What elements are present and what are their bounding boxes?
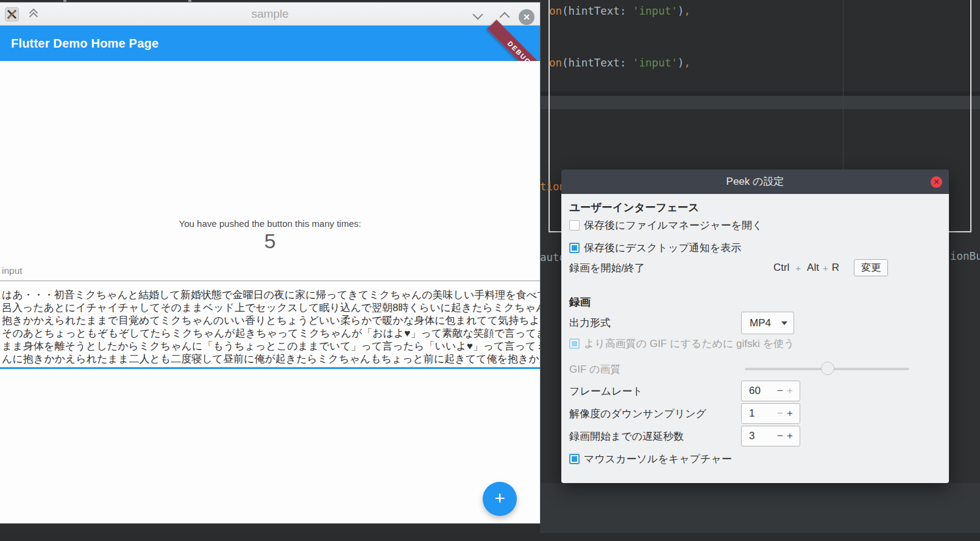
editor-separator-dark [540, 91, 980, 96]
checkbox-capture-cursor[interactable] [569, 454, 580, 464]
text-line: そのあとちょっともぞもぞしてたらミクちゃんが起きちゃってミクちゃんが「おはよ♥」… [2, 327, 540, 340]
checkbox-label: 保存後にファイルマネージャーを開く [584, 218, 762, 232]
minus-icon[interactable]: − [775, 430, 785, 442]
key-alt: Alt [807, 262, 819, 274]
gif-quality-label: GIF の画質 [569, 362, 620, 376]
row-output-format: 出力形式 [569, 315, 611, 330]
section-heading-recording: 録画 [569, 295, 591, 309]
caret-down-icon [781, 321, 787, 325]
downsample-label: 解像度のダウンサンプリング [569, 407, 706, 421]
text-line: まま身体を離そうとしたからミクちゃんに「もうちょっとこのままでいて」って言ったら… [2, 340, 540, 353]
row-capture-cursor: マウスカーソルをキャプチャー [569, 451, 732, 466]
checkbox-desktop-notification[interactable] [569, 243, 580, 253]
editor-separator-band [540, 96, 980, 109]
key-ctrl: Ctrl [773, 262, 789, 274]
key-r: R [832, 262, 839, 274]
flutter-appbar: Flutter Demo Home Page [0, 26, 540, 61]
minus-icon[interactable]: − [775, 407, 785, 420]
increment-fab[interactable]: + [483, 482, 517, 516]
selected-format: MP4 [750, 317, 771, 329]
window-titlebar[interactable]: sample ✕ [0, 2, 540, 26]
text-line: んに抱きかかえられたまま二人とも二度寝して昼前に俺が起きたらミクちゃんもちょっと… [2, 353, 540, 365]
editor-code-line: on(hintText: 'input'), [549, 57, 691, 69]
multiline-text-field[interactable]: はあ・・・初音ミクちゃんと結婚して新婚状態で金曜日の夜に家に帰ってきてミクちゃん… [2, 288, 540, 365]
change-shortcut-button[interactable]: 変更 [854, 259, 888, 276]
row-desktop-notification: 保存後にデスクトップ通知を表示 [569, 240, 741, 255]
row-gifski: より高画質の GIF にするために gifski を使う [569, 336, 794, 351]
row-downsample: 解像度のダウンサンプリング [569, 406, 706, 421]
framerate-value: 60 [749, 385, 761, 397]
delay-value: 3 [749, 430, 755, 442]
text-line: 抱きかかえられたままで目覚めてミクちゃんのいい香りとちょうどいい柔らかで暖かな身… [2, 314, 540, 327]
text-field-focus-underline [0, 367, 540, 369]
output-format-select[interactable]: MP4 [741, 312, 794, 334]
appbar-title: Flutter Demo Home Page [11, 26, 158, 61]
row-shortcut: 録画を開始/終了 Ctrl + Alt + R 変更 [569, 259, 949, 277]
row-framerate: フレームレート [569, 384, 643, 398]
plus-icon[interactable]: + [785, 385, 795, 397]
checkbox-open-file-manager[interactable] [569, 220, 580, 231]
editor-code-fragment: ionBu [950, 250, 980, 262]
checkbox-label: 保存後にデスクトップ通知を表示 [584, 241, 741, 255]
downsample-spinner[interactable]: 1 − + [741, 403, 800, 424]
maximize-icon[interactable] [501, 12, 508, 23]
flutter-body: You have pushed the button this many tim… [0, 61, 540, 523]
desktop-bottom-strip [0, 533, 980, 541]
shortcut-label: 録画を開始/終了 [569, 261, 645, 275]
dialog-title: Peek の設定 [561, 170, 949, 194]
row-gif-quality: GIF の画質 [569, 362, 620, 376]
text-field-hint[interactable]: input [2, 265, 23, 276]
editor-lower-panel [540, 483, 980, 534]
row-delay: 録画開始までの遅延秒数 [569, 429, 684, 443]
checkbox-gifski [569, 339, 580, 349]
plus-icon: + [494, 488, 505, 508]
text-line: はあ・・・初音ミクちゃんと結婚して新婚状態で金曜日の夜に家に帰ってきてミクちゃん… [2, 288, 540, 301]
checkbox-label: マウスカーソルをキャプチャー [584, 452, 732, 466]
dialog-close-icon[interactable]: ✕ [931, 176, 942, 188]
section-heading-ui: ユーザーインターフェース [569, 200, 699, 215]
framerate-label: フレームレート [569, 384, 643, 398]
text-line: 呂入ったあとにイチャイチャしてそのままベッド上でセックスして眠り込んで翌朝8時く… [2, 301, 540, 314]
row-open-file-manager: 保存後にファイルマネージャーを開く [569, 218, 762, 232]
shortcut-keys: Ctrl + Alt + R [773, 262, 839, 274]
output-format-label: 出力形式 [569, 316, 611, 330]
delay-spinner[interactable]: 3 − + [741, 426, 800, 446]
frame-border-right [970, 0, 971, 232]
dialog-header[interactable]: Peek の設定 ✕ [561, 170, 949, 194]
downsample-value: 1 [749, 407, 755, 420]
flutter-app-window: sample ✕ Flutter Demo Home Page DEBUG Yo… [0, 2, 540, 523]
peek-settings-dialog: Peek の設定 ✕ ユーザーインターフェース 保存後にファイルマネージャーを開… [561, 170, 949, 483]
slider-thumb [821, 362, 834, 375]
window-title: sample [0, 2, 540, 26]
minus-icon[interactable]: − [775, 385, 785, 397]
close-icon[interactable]: ✕ [519, 9, 534, 25]
checkbox-label: より高画質の GIF にするために gifski を使う [584, 337, 794, 351]
frame-border-left [549, 0, 550, 232]
plus-icon[interactable]: + [785, 407, 795, 420]
plus-separator: + [823, 263, 828, 273]
delay-label: 録画開始までの遅延秒数 [569, 429, 684, 443]
desktop: on(hintText: 'input'), on(hintText: 'inp… [0, 0, 980, 541]
counter-label: You have pushed the button this many tim… [0, 218, 540, 229]
editor-code-line: on(hintText: 'input'), [549, 5, 691, 17]
counter-value: 5 [0, 229, 540, 253]
plus-icon[interactable]: + [785, 430, 795, 442]
text-field-divider [0, 281, 540, 281]
minimize-icon[interactable] [474, 10, 481, 21]
plus-separator: + [795, 263, 801, 273]
framerate-spinner[interactable]: 60 − + [741, 381, 800, 401]
